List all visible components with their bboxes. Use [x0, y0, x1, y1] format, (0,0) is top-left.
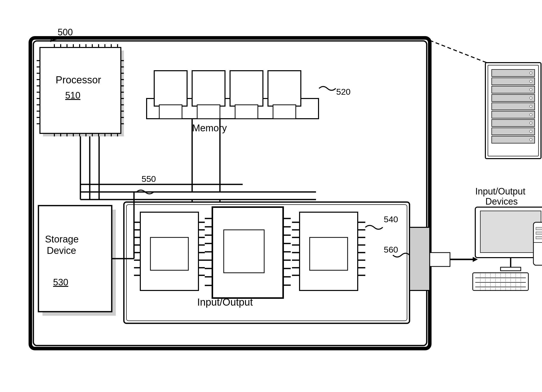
svg-text:Input/Output: Input/Output	[197, 297, 253, 308]
svg-text:500: 500	[58, 27, 73, 37]
svg-rect-60	[235, 105, 258, 119]
svg-rect-178	[492, 94, 535, 102]
svg-point-192	[530, 138, 532, 141]
svg-text:Devices: Devices	[485, 196, 518, 207]
svg-rect-143	[430, 253, 450, 266]
svg-rect-55	[192, 71, 225, 106]
svg-rect-108	[224, 230, 264, 273]
svg-point-185	[530, 80, 532, 83]
svg-point-187	[530, 97, 532, 99]
svg-point-189	[530, 113, 532, 116]
svg-text:560: 560	[384, 245, 398, 254]
svg-point-186	[530, 88, 532, 91]
svg-text:Storage: Storage	[45, 234, 79, 244]
svg-rect-175	[492, 69, 535, 77]
svg-text:540: 540	[384, 214, 398, 224]
svg-text:510: 510	[65, 90, 80, 101]
svg-rect-88	[150, 237, 188, 270]
svg-rect-179	[492, 103, 535, 110]
svg-rect-150	[501, 267, 521, 271]
svg-text:530: 530	[53, 277, 68, 287]
svg-rect-57	[268, 71, 301, 106]
svg-rect-181	[492, 119, 535, 127]
svg-rect-182	[492, 128, 535, 135]
svg-text:550: 550	[142, 174, 156, 184]
svg-rect-61	[273, 105, 296, 119]
svg-rect-65	[38, 206, 112, 312]
svg-rect-151	[473, 273, 528, 290]
svg-rect-176	[492, 78, 535, 85]
svg-text:Device: Device	[47, 245, 76, 256]
svg-rect-54	[154, 71, 187, 106]
svg-point-184	[530, 72, 532, 74]
svg-line-172	[430, 40, 488, 63]
svg-rect-148	[480, 211, 541, 253]
svg-text:520: 520	[336, 87, 351, 96]
svg-rect-168	[536, 232, 542, 234]
svg-point-191	[530, 130, 532, 133]
svg-rect-177	[492, 86, 535, 93]
svg-text:Processor: Processor	[56, 74, 101, 85]
svg-rect-169	[536, 236, 542, 239]
svg-rect-58	[159, 105, 182, 119]
svg-rect-183	[492, 136, 535, 143]
svg-rect-126	[310, 237, 348, 270]
diagram-container: 500	[0, 0, 542, 392]
svg-rect-180	[492, 111, 535, 118]
svg-point-190	[530, 122, 532, 124]
svg-text:Memory: Memory	[192, 123, 227, 133]
svg-point-188	[530, 105, 532, 108]
svg-rect-173	[485, 63, 541, 159]
svg-rect-142	[410, 227, 430, 290]
svg-rect-167	[536, 227, 542, 230]
svg-rect-59	[197, 105, 220, 119]
svg-rect-56	[230, 71, 263, 106]
svg-text:Input/Output: Input/Output	[475, 186, 525, 197]
